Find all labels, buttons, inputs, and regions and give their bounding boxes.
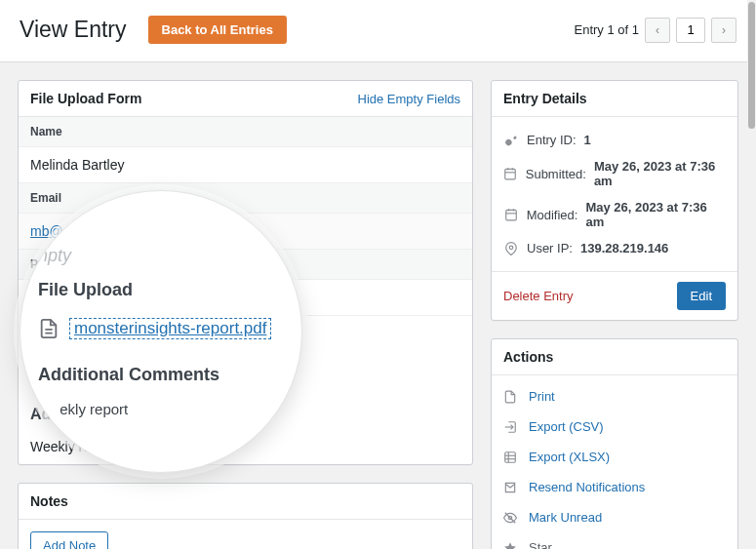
action-print[interactable]: Print [492, 381, 737, 412]
right-column: Entry Details Entry ID: 1 Submitted: May… [491, 80, 738, 549]
action-export-csv-label: Export (CSV) [529, 419, 604, 434]
magnifier-comments-fragment: Weekly report [38, 401, 284, 417]
print-icon [503, 390, 519, 404]
action-export-xlsx-label: Export (XLSX) [529, 450, 610, 464]
action-star-label: Star [529, 540, 552, 549]
action-print-label: Print [529, 389, 555, 404]
calendar-icon [503, 208, 519, 221]
notes-panel-header: Notes [19, 484, 472, 520]
chevron-left-icon: ‹ [656, 23, 659, 37]
submitted-value: May 26, 2023 at 7:36 am [594, 159, 726, 188]
scrollbar-track [747, 0, 756, 549]
detail-modified: Modified: May 26, 2023 at 7:36 am [503, 194, 726, 235]
actions-title: Actions [503, 349, 553, 365]
actions-panel: Actions Print Export (CSV) [491, 338, 738, 549]
action-star[interactable]: Star [492, 532, 737, 549]
notes-panel: Notes Add Note No notes. [18, 483, 473, 549]
entry-details-body: Entry ID: 1 Submitted: May 26, 2023 at 7… [492, 117, 737, 271]
key-icon [503, 134, 519, 147]
action-export-xlsx[interactable]: Export (XLSX) [492, 442, 737, 472]
field-label-name: Name [19, 117, 472, 147]
submitted-label: Submitted: [526, 167, 586, 181]
svg-rect-2 [505, 169, 516, 179]
user-ip-label: User IP: [527, 241, 573, 255]
entry-id-value: 1 [584, 133, 591, 147]
spreadsheet-icon [503, 451, 519, 464]
page-number-input[interactable] [676, 18, 705, 43]
export-icon [503, 420, 519, 434]
add-note-button[interactable]: Add Note [30, 531, 108, 549]
magnifier-file-row: monsterinsights-report.pdf [38, 318, 284, 339]
edit-entry-button[interactable]: Edit [677, 282, 726, 310]
back-to-entries-button[interactable]: Back to All Entries [148, 16, 287, 44]
detail-submitted: Submitted: May 26, 2023 at 7:36 am [503, 153, 726, 194]
svg-point-10 [509, 246, 513, 250]
eye-slash-icon [503, 511, 519, 525]
action-mark-unread-label: Mark Unread [529, 510, 602, 525]
page-title: View Entry [20, 17, 127, 43]
chevron-right-icon: › [722, 23, 726, 37]
header-right: Entry 1 of 1 ‹ › [575, 18, 736, 43]
location-icon [503, 242, 519, 255]
delete-entry-link[interactable]: Delete Entry [503, 289, 574, 303]
calendar-icon [503, 167, 518, 180]
actions-panel-header: Actions [492, 339, 737, 375]
magnifier-overlay: npty File Upload monsterinsights-report.… [20, 190, 302, 473]
page-header: View Entry Back to All Entries Entry 1 o… [0, 0, 756, 62]
action-resend-label: Resend Notifications [529, 480, 645, 494]
mail-icon [503, 481, 519, 494]
action-mark-unread[interactable]: Mark Unread [492, 502, 737, 532]
entry-details-footer: Delete Entry Edit [492, 271, 737, 320]
field-label-email: Email [19, 183, 472, 214]
magnifier-empty-text: npty [38, 246, 284, 266]
entry-counter: Entry 1 of 1 [575, 22, 639, 37]
entry-details-header: Entry Details [492, 81, 737, 117]
file-icon [38, 318, 60, 339]
detail-entry-id: Entry ID: 1 [503, 127, 726, 153]
detail-user-ip: User IP: 139.28.219.146 [503, 235, 726, 261]
svg-marker-18 [504, 542, 516, 549]
entry-details-title: Entry Details [503, 91, 587, 106]
form-title: File Upload Form [30, 91, 141, 106]
entry-details-panel: Entry Details Entry ID: 1 Submitted: May… [491, 80, 738, 321]
user-ip-value: 139.28.219.146 [580, 241, 668, 255]
svg-rect-6 [506, 210, 517, 220]
magnifier-file-link[interactable]: monsterinsights-report.pdf [69, 318, 271, 339]
action-resend[interactable]: Resend Notifications [492, 472, 737, 502]
prev-entry-button[interactable]: ‹ [645, 18, 670, 43]
action-export-csv[interactable]: Export (CSV) [492, 412, 737, 442]
modified-value: May 26, 2023 at 7:36 am [585, 200, 726, 229]
notes-body: Add Note No notes. [19, 520, 472, 549]
actions-body: Print Export (CSV) Export (XLSX) [492, 375, 737, 549]
magnifier-file-upload-heading: File Upload [38, 280, 284, 300]
form-panel-header: File Upload Form Hide Empty Fields [19, 81, 472, 117]
field-value-name: Melinda Bartley [19, 147, 472, 183]
magnifier-comments-heading: Additional Comments [38, 365, 284, 385]
hide-empty-fields-link[interactable]: Hide Empty Fields [358, 92, 460, 106]
notes-title: Notes [30, 493, 68, 509]
svg-rect-12 [505, 451, 516, 462]
star-icon [503, 541, 519, 550]
scrollbar-thumb[interactable] [748, 2, 755, 129]
modified-label: Modified: [527, 208, 578, 222]
next-entry-button[interactable]: › [711, 18, 736, 43]
entry-id-label: Entry ID: [527, 133, 577, 147]
